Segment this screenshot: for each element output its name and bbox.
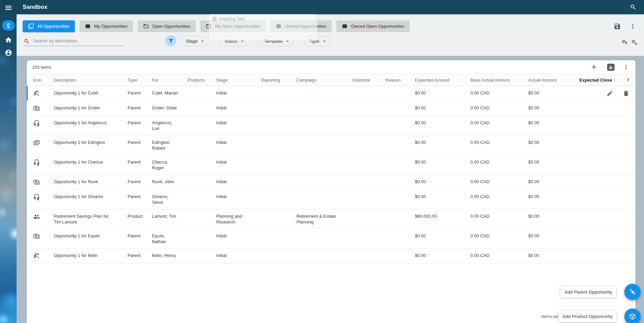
edit-row-button[interactable]	[606, 90, 613, 97]
add-product-opportunity-fab[interactable]	[624, 308, 641, 323]
more-options-button[interactable]	[629, 23, 636, 30]
column-header-reporting[interactable]: Reporting	[261, 78, 296, 83]
cell-reason	[385, 253, 415, 259]
search-input[interactable]	[24, 37, 125, 46]
columns-scroll-right-button[interactable]	[625, 76, 631, 83]
cell-base-actual-amount: 0.00 CAD	[470, 253, 528, 259]
cell-expected-close	[579, 105, 636, 112]
column-header-base-actual-amount[interactable]: Base Actual Amount	[470, 78, 528, 83]
table-row[interactable]: Opportunity 1 for EquilsParentEquils, Na…	[27, 229, 636, 249]
table-row[interactable]: Opportunity 1 for GhianniParentGhianni, …	[27, 190, 636, 209]
cell-type: Parent	[128, 194, 152, 205]
sort-ascending-icon: ↑	[614, 78, 616, 83]
filter-dropdown-label: Template	[264, 39, 283, 44]
cell-reporting	[261, 159, 296, 171]
cell-outcome	[352, 90, 385, 97]
cell-reporting	[261, 120, 296, 131]
cell-reporting	[261, 105, 296, 112]
column-header-outcome[interactable]: Outcome	[352, 78, 385, 83]
cell-base-actual-amount: 0.00 CAD	[470, 179, 528, 186]
cell-expected-amount: $0.00	[415, 105, 470, 112]
filter-funnel-button[interactable]	[165, 35, 176, 46]
sidebar-nav	[0, 0, 17, 57]
view-tab-owned-open-opportunities[interactable]: $Owned Open Opportunities	[336, 20, 410, 32]
dollar-icon	[5, 22, 12, 29]
cell-expected-close	[579, 139, 636, 151]
cell-reporting	[261, 139, 296, 151]
cell-type: Parent	[128, 159, 152, 171]
cell-campaign	[296, 233, 352, 244]
column-header-reason[interactable]: Reason	[385, 78, 415, 83]
filter-dropdown-status[interactable]: Status	[219, 36, 248, 46]
sidebar-item-account[interactable]	[5, 49, 12, 57]
cell-actual-amount: $0.00	[528, 159, 579, 171]
column-header-actual-amount[interactable]: Actual Amount	[528, 78, 579, 83]
search-box	[24, 37, 125, 47]
cell-actual-amount: $0.00	[528, 194, 579, 205]
sidebar-item-opportunities[interactable]	[2, 20, 15, 31]
cell-products	[187, 179, 216, 186]
save-view-button[interactable]	[614, 23, 621, 30]
dollar-box-icon: $	[342, 23, 348, 29]
column-header-type[interactable]: Type	[128, 78, 152, 83]
cell-type: Parent	[128, 253, 152, 259]
view-tab-owned-opportunities[interactable]: $Owned Opportunities	[270, 20, 332, 32]
table-row[interactable]: Opportunity 1 for CheccaParentChecca, Ro…	[27, 155, 636, 175]
cell-campaign	[296, 139, 352, 151]
column-header-description[interactable]: Description	[54, 78, 128, 83]
table-row[interactable]: Opportunity 1 for BelinParentBelin, Henr…	[27, 249, 636, 263]
view-tab-open-opportunities[interactable]: Open Opportunities	[138, 20, 196, 32]
cell-for: Cubit, Marian	[152, 90, 187, 97]
cell-base-actual-amount: 0.00 CAD	[470, 213, 528, 225]
chart-view-toggle[interactable]	[607, 64, 615, 71]
filter-dropdown-stage[interactable]: Stage	[180, 36, 209, 46]
table-row[interactable]: Retirement Savings Plan for Tim LamontPr…	[27, 209, 636, 229]
opportunities-card: 203 items IconDescriptionTypeForProducts…	[27, 60, 636, 323]
cell-products	[187, 253, 216, 259]
filter-dropdown-type[interactable]: Type	[304, 36, 330, 46]
parent-opportunity-icon	[629, 288, 636, 296]
column-header-stage[interactable]: Stage	[216, 78, 261, 83]
view-tab-my-open-opportunities[interactable]: My Open Opportunities	[200, 20, 266, 32]
column-header-expected-amount[interactable]: Expected Amount	[415, 78, 470, 83]
card-more-button[interactable]	[623, 64, 629, 70]
table-row[interactable]: Opportunity 1 for CubitParentCubit, Mari…	[27, 86, 636, 101]
sidebar	[0, 0, 17, 323]
column-header-icon[interactable]: Icon	[33, 78, 54, 83]
table-row[interactable]: Opportunity 1 for AngelucciParentAngeluc…	[27, 116, 636, 135]
page-title: Sandbox	[23, 4, 47, 10]
cell-reason	[385, 159, 415, 171]
column-header-products[interactable]: Products	[187, 78, 216, 83]
table-row[interactable]: Opportunity 1 for RunkParentRunk, JohnIn…	[27, 175, 636, 190]
sidebar-item-home[interactable]	[5, 36, 12, 44]
caret-down-icon	[284, 38, 291, 44]
search-field-icon	[24, 38, 30, 44]
cell-expected-amount: $0.00	[415, 179, 470, 186]
funnel-icon	[168, 38, 174, 44]
table-row[interactable]: Opportunity 1 for EdingtonParentEdington…	[27, 135, 636, 155]
filter-dropdown-template[interactable]: Template	[259, 36, 294, 46]
cell-products	[187, 105, 216, 112]
add-item-button[interactable]	[590, 63, 598, 71]
table-row[interactable]: Opportunity 1 for GriderParentGrider, Gi…	[27, 101, 636, 116]
table-body: Opportunity 1 for CubitParentCubit, Mari…	[27, 86, 636, 263]
playlist-add-button[interactable]	[621, 39, 628, 45]
cell-products	[187, 213, 216, 225]
filter-chips: StageStatusTemplateType	[180, 36, 331, 46]
cell-products	[187, 194, 216, 205]
playlist-remove-button[interactable]	[631, 39, 638, 45]
column-header-campaign[interactable]: Campaign	[296, 78, 352, 83]
product-cube-icon	[629, 313, 636, 320]
headset-icon	[33, 120, 54, 131]
search-icon[interactable]	[630, 4, 637, 10]
view-tab-label: Owned Opportunities	[285, 24, 326, 29]
cell-reason	[385, 139, 415, 151]
view-tab-label: Owned Open Opportunities	[351, 24, 404, 29]
add-parent-opportunity-fab[interactable]	[624, 284, 641, 300]
delete-row-button[interactable]	[623, 90, 629, 97]
sidebar-item-menu[interactable]	[4, 4, 13, 10]
umbrella-icon	[33, 90, 54, 97]
view-tab-my-opportunities[interactable]: $My Opportunities	[80, 20, 133, 32]
view-tab-all-opportunities[interactable]: All Opportunities	[23, 20, 75, 32]
column-header-for[interactable]: For	[152, 78, 187, 83]
